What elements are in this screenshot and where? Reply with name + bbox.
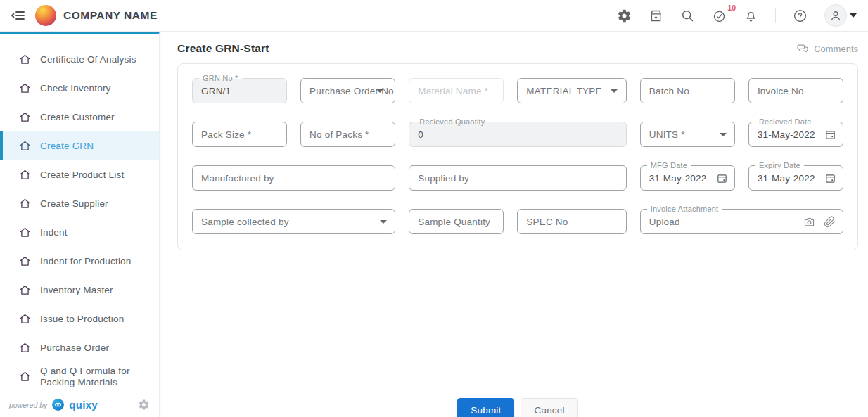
header-actions: 10 bbox=[617, 4, 857, 27]
sidebar-item-create-grn[interactable]: Create GRN bbox=[0, 131, 159, 160]
home-icon bbox=[19, 111, 31, 123]
sidebar-item-q-and-q-formula[interactable]: Q and Q Formula for Packing Materials bbox=[0, 362, 148, 391]
page-title: Create GRN-Start bbox=[177, 42, 269, 55]
manufactured-by-input[interactable] bbox=[192, 165, 395, 191]
mfg-date-label: MFG Date bbox=[647, 160, 691, 170]
chevron-down-icon[interactable] bbox=[850, 13, 857, 18]
calendar-icon[interactable] bbox=[824, 129, 836, 141]
grn-no-label: GRN No * bbox=[199, 73, 242, 83]
sample-collected-by-select[interactable]: Sample collected by bbox=[192, 209, 395, 234]
home-icon bbox=[19, 313, 31, 325]
home-icon bbox=[19, 255, 31, 267]
powered-by-label: powered by bbox=[9, 401, 47, 409]
spec-no-input[interactable] bbox=[517, 209, 626, 234]
sidebar-footer: powered by quixy bbox=[0, 392, 159, 417]
settings-gear-icon[interactable] bbox=[617, 8, 632, 23]
tasks-badge: 10 bbox=[727, 4, 736, 12]
chevron-down-icon bbox=[611, 89, 618, 93]
chevron-down-icon bbox=[380, 220, 387, 224]
expiry-date-field[interactable]: Expiry Date 31-May-2022 bbox=[748, 165, 843, 191]
notifications-bell-icon[interactable] bbox=[743, 8, 758, 23]
comments-button[interactable]: Comments bbox=[796, 42, 858, 55]
grn-form-card: GRN No * GRN/1 Purchase Order No * MATER… bbox=[177, 63, 858, 250]
home-icon bbox=[19, 284, 31, 296]
main-content: Create GRN-Start Comments GRN No * GRN/1… bbox=[160, 32, 868, 417]
camera-icon[interactable] bbox=[803, 216, 815, 228]
home-icon bbox=[19, 82, 31, 94]
material-type-select[interactable]: MATERIAL TYPE bbox=[517, 78, 626, 103]
sidebar-item-inventory-master[interactable]: Inventory Master bbox=[0, 276, 159, 304]
header-divider bbox=[775, 8, 776, 23]
sidebar-item-indent[interactable]: Indent bbox=[0, 218, 159, 247]
home-icon bbox=[19, 53, 31, 65]
page-header: Create GRN-Start Comments bbox=[177, 42, 858, 55]
quixy-wordmark[interactable]: quixy bbox=[69, 399, 98, 411]
mfg-date-field[interactable]: MFG Date 31-May-2022 bbox=[640, 165, 735, 191]
invoice-attachment-field[interactable]: Invoice Attachment Upload bbox=[640, 209, 843, 234]
home-icon bbox=[19, 198, 31, 210]
no-of-packs-input[interactable] bbox=[300, 122, 395, 147]
sample-quantity-input[interactable] bbox=[409, 209, 504, 234]
sidebar-toggle-icon[interactable] bbox=[10, 7, 27, 24]
user-avatar-icon[interactable] bbox=[824, 4, 847, 27]
received-quantity-label: Recieved Quantity bbox=[416, 117, 488, 127]
sidebar-item-certificate-of-analysis[interactable]: Certificate Of Analysis bbox=[0, 45, 159, 74]
home-icon bbox=[19, 169, 31, 181]
batch-no-input[interactable] bbox=[640, 78, 735, 103]
expiry-date-label: Expiry Date bbox=[755, 160, 804, 170]
tasks-check-icon[interactable]: 10 bbox=[712, 8, 727, 23]
sidebar-item-indent-for-production[interactable]: Indent for Production bbox=[0, 247, 159, 276]
chevron-down-icon bbox=[720, 133, 727, 136]
grn-no-field[interactable]: GRN No * GRN/1 bbox=[192, 78, 287, 103]
app-window: COMPANY NAME 10 bbox=[0, 0, 868, 417]
sidebar-item-create-product-list[interactable]: Create Product List bbox=[0, 160, 159, 189]
received-date-label: Recieved Date bbox=[755, 117, 815, 127]
pack-size-input[interactable] bbox=[192, 122, 287, 147]
search-icon[interactable] bbox=[680, 8, 695, 23]
quixy-logo-icon bbox=[52, 399, 64, 411]
received-quantity-field[interactable]: Recieved Quantity 0 bbox=[409, 122, 627, 147]
units-select[interactable]: UNITS * bbox=[640, 122, 735, 147]
invoice-attachment-label: Invoice Attachment bbox=[647, 204, 722, 214]
paperclip-icon[interactable] bbox=[824, 216, 836, 228]
calendar-icon[interactable] bbox=[824, 172, 836, 184]
comments-label: Comments bbox=[814, 44, 858, 54]
chat-bubbles-icon bbox=[796, 42, 809, 55]
home-icon bbox=[19, 140, 31, 152]
home-icon bbox=[19, 226, 31, 238]
calendar-icon[interactable] bbox=[716, 172, 728, 184]
material-name-input[interactable] bbox=[409, 78, 504, 103]
received-date-field[interactable]: Recieved Date 31-May-2022 bbox=[748, 122, 843, 147]
sidebar-item-create-customer[interactable]: Create Customer bbox=[0, 103, 159, 131]
sidebar-item-issue-to-production[interactable]: Issue to Production bbox=[0, 304, 159, 333]
sidebar-item-purchase-order[interactable]: Purchase Order bbox=[0, 333, 159, 362]
form-actions: Submit Cancel bbox=[177, 398, 858, 417]
chevron-down-icon bbox=[376, 89, 383, 93]
account-menu[interactable] bbox=[824, 4, 857, 27]
submit-button[interactable]: Submit bbox=[457, 398, 514, 417]
sidebar-item-create-supplier[interactable]: Create Supplier bbox=[0, 189, 159, 218]
home-icon bbox=[19, 342, 31, 354]
top-bar: COMPANY NAME 10 bbox=[0, 0, 868, 32]
sidebar-item-check-inventory[interactable]: Check Inventory bbox=[0, 74, 159, 103]
cancel-button[interactable]: Cancel bbox=[521, 398, 577, 417]
invoice-no-input[interactable] bbox=[748, 78, 843, 103]
supplied-by-input[interactable] bbox=[409, 165, 627, 191]
company-logo bbox=[35, 5, 56, 26]
purchase-order-no-select[interactable]: Purchase Order No * bbox=[300, 78, 395, 103]
marketplace-store-icon[interactable] bbox=[649, 8, 663, 23]
home-icon bbox=[19, 371, 31, 383]
sidebar: Certificate Of Analysis Check Inventory … bbox=[0, 32, 160, 417]
help-icon[interactable] bbox=[793, 8, 808, 23]
company-name: COMPANY NAME bbox=[63, 9, 158, 22]
sidebar-settings-gear-icon[interactable] bbox=[138, 399, 150, 411]
sidebar-nav: Certificate Of Analysis Check Inventory … bbox=[0, 34, 159, 392]
